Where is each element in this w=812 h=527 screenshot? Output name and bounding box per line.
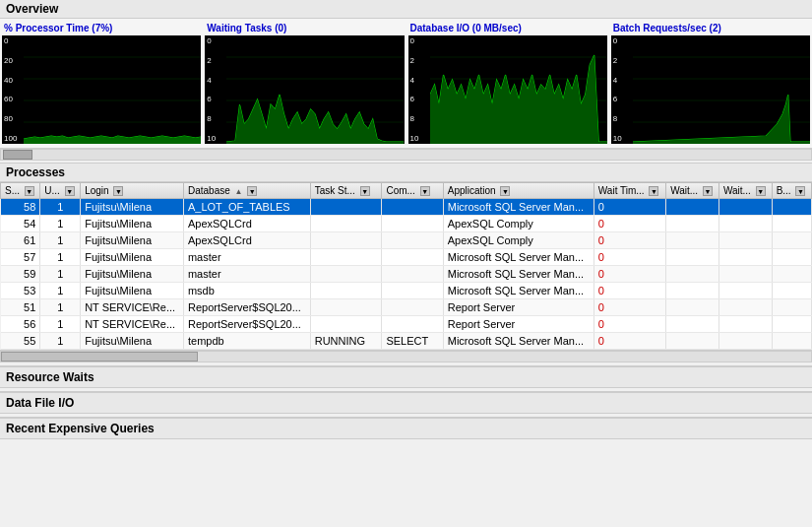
cell-wait2 [666,316,719,333]
col-task-filter[interactable]: ▼ [360,186,370,196]
cell-application: Microsoft SQL Server Man... [443,266,593,283]
cell-b [772,199,811,216]
processes-table-container[interactable]: S... ▼ U... ▼ Login ▼ Database ▲ ▼ Tas [0,182,812,351]
cell-task_status [310,283,382,299]
col-header-wait2[interactable]: Wait... ▼ [666,183,719,199]
cell-u: 1 [40,199,81,216]
cell-s: 53 [1,283,40,299]
col-wait1-label: Wait Tim... [598,185,645,196]
cell-task_status [310,316,382,333]
col-b-label: B... [777,185,791,196]
dbio-chart-panel: Database I/O (0 MB/sec) 10 8 6 4 2 0 [408,23,607,144]
cell-login: NT SERVICE\Re... [81,316,184,333]
cell-wait2 [666,199,719,216]
cell-wait2 [666,333,719,350]
col-wait2-filter[interactable]: ▼ [703,186,713,196]
col-header-database[interactable]: Database ▲ ▼ [183,183,310,199]
table-row[interactable]: 561NT SERVICE\Re...ReportServer$SQL20...… [1,316,812,333]
col-header-command[interactable]: Com... ▼ [382,183,443,199]
table-row[interactable]: 531Fujitsu\MilenamsdbMicrosoft SQL Serve… [1,283,812,299]
col-header-wait3[interactable]: Wait... ▼ [718,183,772,199]
cell-s: 59 [1,266,40,283]
col-wait3-label: Wait... [723,185,751,196]
table-row[interactable]: 541Fujitsu\MilenaApexSQLCrdApexSQL Compl… [1,216,812,232]
processes-tbody: 581Fujitsu\MilenaA_LOT_OF_TABLESMicrosof… [1,199,812,350]
cell-wait2 [666,266,719,283]
col-com-filter[interactable]: ▼ [420,186,430,196]
cell-wait_time: 0 [593,216,665,232]
cell-s: 61 [1,232,40,249]
cell-command [382,266,443,283]
cell-application: Report Server [443,316,593,333]
table-row[interactable]: 581Fujitsu\MilenaA_LOT_OF_TABLESMicrosof… [1,199,812,216]
table-header-row: S... ▼ U... ▼ Login ▼ Database ▲ ▼ Tas [1,183,812,199]
table-row[interactable]: 591Fujitsu\MilenamasterMicrosoft SQL Ser… [1,266,812,283]
cell-wait3 [718,266,772,283]
dbio-y-axis: 10 8 6 4 2 0 [408,35,430,144]
col-header-s[interactable]: S... ▼ [1,183,40,199]
table-row[interactable]: 571Fujitsu\MilenamasterMicrosoft SQL Ser… [1,249,812,266]
cell-wait_time: 0 [593,299,665,316]
table-row[interactable]: 611Fujitsu\MilenaApexSQLCrdApexSQL Compl… [1,232,812,249]
cell-command [382,249,443,266]
cell-login: Fujitsu\Milena [81,249,184,266]
charts-scrollbar-thumb[interactable] [3,150,32,160]
processor-y-axis: 100 80 60 40 20 0 [2,35,24,144]
recent-expensive-queries-section: Recent Expensive Queries [0,417,812,439]
col-header-login[interactable]: Login ▼ [81,183,184,199]
cell-wait2 [666,216,719,232]
col-db-label: Database [188,185,230,196]
cell-wait2 [666,232,719,249]
data-file-io-title: Data File I/O [6,396,74,410]
col-u-filter[interactable]: ▼ [65,186,75,196]
cell-application: Microsoft SQL Server Man... [443,249,593,266]
dbio-chart-area: 10 8 6 4 2 0 [408,35,607,144]
cell-wait3 [718,316,772,333]
col-header-wait1[interactable]: Wait Tim... ▼ [593,183,665,199]
col-db-sort: ▲ [235,187,243,196]
resource-waits-title: Resource Waits [6,370,94,384]
cell-login: Fujitsu\Milena [81,232,184,249]
cell-s: 51 [1,299,40,316]
cell-wait3 [718,283,772,299]
table-row[interactable]: 551Fujitsu\MilenatempdbRUNNINGSELECTMicr… [1,333,812,350]
col-header-task[interactable]: Task St... ▼ [310,183,382,199]
cell-task_status [310,232,382,249]
charts-scrollbar[interactable] [0,149,812,161]
cell-s: 55 [1,333,40,350]
cell-application: ApexSQL Comply [443,232,593,249]
col-s-filter[interactable]: ▼ [25,186,34,196]
processor-chart-panel: % Processor Time (7%) 100 80 60 40 20 0 [2,23,201,144]
cell-s: 54 [1,216,40,232]
table-row[interactable]: 511NT SERVICE\Re...ReportServer$SQL20...… [1,299,812,316]
cell-application: Report Server [443,299,593,316]
col-login-filter[interactable]: ▼ [113,186,123,196]
dbio-chart-graph [430,35,607,144]
cell-login: Fujitsu\Milena [81,266,184,283]
cell-database: master [183,249,310,266]
col-wait1-filter[interactable]: ▼ [649,186,658,196]
col-app-filter[interactable]: ▼ [500,186,510,196]
col-header-b[interactable]: B... ▼ [772,183,811,199]
col-header-application[interactable]: Application ▼ [443,183,593,199]
cell-database: A_LOT_OF_TABLES [183,199,310,216]
processes-table: S... ▼ U... ▼ Login ▼ Database ▲ ▼ Tas [0,182,812,350]
table-scrollbar-thumb[interactable] [1,352,198,362]
cell-application: Microsoft SQL Server Man... [443,333,593,350]
col-login-label: Login [85,185,108,196]
table-scrollbar[interactable] [0,351,812,362]
col-b-filter[interactable]: ▼ [795,186,805,196]
cell-database: master [183,266,310,283]
col-header-u[interactable]: U... ▼ [40,183,81,199]
cell-login: NT SERVICE\Re... [81,299,184,316]
col-wait3-filter[interactable]: ▼ [756,186,766,196]
col-db-filter[interactable]: ▼ [247,186,257,196]
cell-wait2 [666,249,719,266]
cell-s: 56 [1,316,40,333]
processes-title: Processes [0,163,812,182]
cell-database: ReportServer$SQL20... [183,299,310,316]
cell-command [382,232,443,249]
cell-wait_time: 0 [593,283,665,299]
cell-command [382,283,443,299]
cell-database: ApexSQLCrd [183,216,310,232]
